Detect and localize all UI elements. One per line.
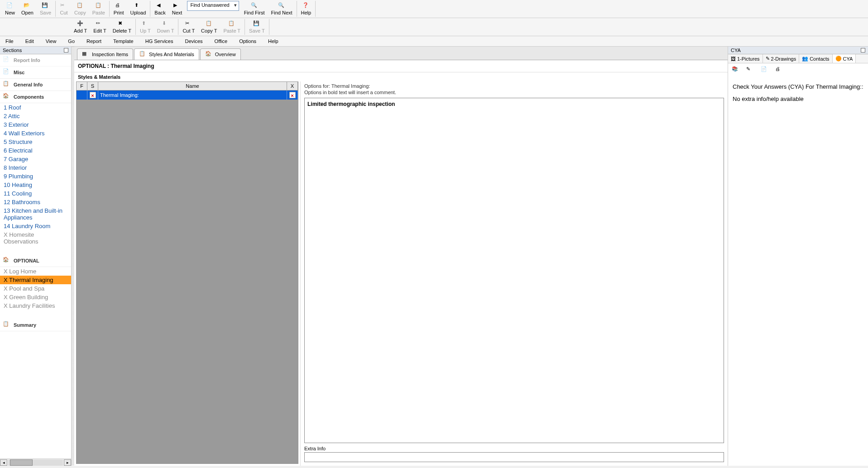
grid-header-s[interactable]: S bbox=[87, 82, 98, 90]
print-icon[interactable] bbox=[775, 66, 787, 78]
grid-body[interactable]: ×Thermal Imaging:× bbox=[76, 91, 298, 464]
component-14-laundry-room[interactable]: 14 Laundry Room bbox=[0, 222, 71, 230]
cutt-button[interactable]: Cut T bbox=[179, 19, 198, 35]
upload-button[interactable]: Upload bbox=[127, 1, 149, 17]
scroll-right-button[interactable]: ▸ bbox=[64, 459, 71, 466]
component-2-attic[interactable]: 2 Attic bbox=[0, 112, 71, 120]
findnext-icon bbox=[278, 2, 285, 10]
next-button[interactable]: Next bbox=[169, 1, 186, 17]
editt-button[interactable]: Edit T bbox=[90, 19, 110, 35]
right-tab-drawings[interactable]: 2-Drawings bbox=[763, 54, 800, 63]
right-tab-pictures[interactable]: 1-Pictures bbox=[728, 54, 763, 63]
cya-body: No extra info/help available bbox=[728, 93, 868, 105]
pastet-button[interactable]: Paste T bbox=[220, 19, 244, 35]
tab-overview[interactable]: Overview bbox=[200, 48, 241, 60]
optional-x-thermal-imaging[interactable]: X Thermal Imaging bbox=[0, 276, 71, 284]
sections-panel: Sections 📄Report Info Misc General Info … bbox=[0, 47, 72, 466]
grid-header-f[interactable]: F bbox=[77, 82, 87, 90]
section-homesite-observations[interactable]: X Homesite Observations bbox=[0, 230, 71, 246]
menu-help[interactable]: Help bbox=[265, 37, 281, 45]
clipboard-icon bbox=[3, 321, 11, 329]
save-icon bbox=[42, 2, 49, 10]
component-8-interior[interactable]: 8 Interior bbox=[0, 163, 71, 172]
addt-button[interactable]: Add T bbox=[71, 19, 90, 35]
copy-button[interactable]: Copy bbox=[71, 1, 89, 17]
component-13-kitchen-and-built-in-appliances[interactable]: 13 Kitchen and Built-in Appliances bbox=[0, 206, 71, 222]
component-6-electrical[interactable]: 6 Electrical bbox=[0, 146, 71, 155]
edit-icon[interactable] bbox=[746, 66, 758, 78]
cutt-icon bbox=[185, 20, 192, 28]
optional-x-pool-and-spa[interactable]: X Pool and Spa bbox=[0, 284, 71, 293]
tab-inspection-items[interactable]: Inspection Items bbox=[77, 48, 133, 60]
options-list[interactable]: Limited thermographic inspection bbox=[304, 98, 724, 443]
open-icon bbox=[24, 2, 31, 10]
component-12-bathrooms[interactable]: 12 Bathrooms bbox=[0, 198, 71, 206]
findfirst-button[interactable]: Find First bbox=[241, 1, 268, 17]
savet-button[interactable]: Save T bbox=[246, 19, 268, 35]
section-general-info[interactable]: General Info bbox=[0, 79, 71, 91]
panel-collapse-icon[interactable] bbox=[64, 48, 68, 53]
find-dropdown[interactable]: Find Unanswered bbox=[187, 1, 239, 11]
section-summary[interactable]: Summary bbox=[0, 319, 71, 331]
optional-x-green-building[interactable]: X Green Building bbox=[0, 293, 71, 301]
component-5-structure[interactable]: 5 Structure bbox=[0, 138, 71, 146]
menu-template[interactable]: Template bbox=[110, 37, 136, 45]
grid-row[interactable]: ×Thermal Imaging:× bbox=[77, 91, 298, 100]
menu-hg-services[interactable]: HG Services bbox=[143, 37, 176, 45]
optional-x-log-home[interactable]: X Log Home bbox=[0, 267, 71, 276]
right-tab-cya[interactable]: CYA bbox=[833, 54, 856, 63]
menu-office[interactable]: Office bbox=[212, 37, 230, 45]
menu-view[interactable]: View bbox=[43, 37, 59, 45]
scroll-left-button[interactable]: ◂ bbox=[0, 459, 7, 466]
back-button[interactable]: Back bbox=[151, 1, 168, 17]
panel-collapse-icon[interactable] bbox=[861, 48, 865, 53]
menu-go[interactable]: Go bbox=[65, 37, 77, 45]
component-10-heating[interactable]: 10 Heating bbox=[0, 181, 71, 189]
grid-header-x[interactable]: X bbox=[287, 82, 298, 90]
menu-options[interactable]: Options bbox=[236, 37, 259, 45]
savet-icon bbox=[253, 20, 260, 28]
component-7-garage[interactable]: 7 Garage bbox=[0, 155, 71, 163]
component-11-cooling[interactable]: 11 Cooling bbox=[0, 189, 71, 198]
new-button[interactable]: New bbox=[2, 1, 18, 17]
findnext-button[interactable]: Find Next bbox=[268, 1, 295, 17]
section-misc[interactable]: Misc bbox=[0, 67, 71, 79]
extra-info-input[interactable] bbox=[304, 452, 724, 462]
section-optional[interactable]: OPTIONAL bbox=[0, 255, 71, 267]
open-button[interactable]: Open bbox=[18, 1, 37, 17]
paste-button[interactable]: Paste bbox=[89, 1, 108, 17]
option-item[interactable]: Limited thermographic inspection bbox=[307, 101, 721, 107]
section-report-info[interactable]: 📄Report Info bbox=[0, 54, 71, 67]
copy-icon[interactable] bbox=[761, 66, 772, 78]
help-button[interactable]: Help bbox=[298, 1, 315, 17]
menu-edit[interactable]: Edit bbox=[23, 37, 37, 45]
deletet-button[interactable]: Delete T bbox=[110, 19, 134, 35]
tab-styles-materials[interactable]: Styles And Materials bbox=[134, 48, 199, 60]
menu-report[interactable]: Report bbox=[84, 37, 104, 45]
section-components[interactable]: Components bbox=[0, 91, 71, 103]
grid-row-name[interactable]: Thermal Imaging: bbox=[98, 91, 287, 100]
optional-x-laundry-facilities[interactable]: X Laundry Facilities bbox=[0, 301, 71, 310]
copy-icon bbox=[77, 2, 84, 10]
save-button[interactable]: Save bbox=[37, 1, 54, 17]
house-icon bbox=[3, 93, 11, 101]
sections-scrollbar[interactable]: ◂ ▸ bbox=[0, 458, 71, 466]
delete-icon[interactable]: × bbox=[90, 92, 96, 98]
component-9-plumbing[interactable]: 9 Plumbing bbox=[0, 172, 71, 181]
grid-header-name[interactable]: Name bbox=[98, 82, 287, 90]
menu-file[interactable]: File bbox=[3, 37, 16, 45]
downt-button[interactable]: Down T bbox=[154, 19, 177, 35]
right-tab-contacts[interactable]: Contacts bbox=[799, 54, 832, 63]
component-4-wall-exteriors[interactable]: 4 Wall Exteriors bbox=[0, 129, 71, 138]
copyt-button[interactable]: Copy T bbox=[198, 19, 220, 35]
cut-button[interactable]: Cut bbox=[57, 1, 71, 17]
print-icon bbox=[115, 2, 122, 10]
menu-devices[interactable]: Devices bbox=[182, 37, 205, 45]
upt-button[interactable]: Up T bbox=[137, 19, 154, 35]
delete-icon[interactable]: × bbox=[289, 92, 296, 98]
component-3-exterior[interactable]: 3 Exterior bbox=[0, 120, 71, 129]
right-tabs: 1-Pictures2-DrawingsContactsCYA bbox=[728, 54, 868, 63]
books-icon[interactable] bbox=[732, 66, 743, 78]
print-button[interactable]: Print bbox=[110, 1, 127, 17]
component-1-roof[interactable]: 1 Roof bbox=[0, 103, 71, 112]
